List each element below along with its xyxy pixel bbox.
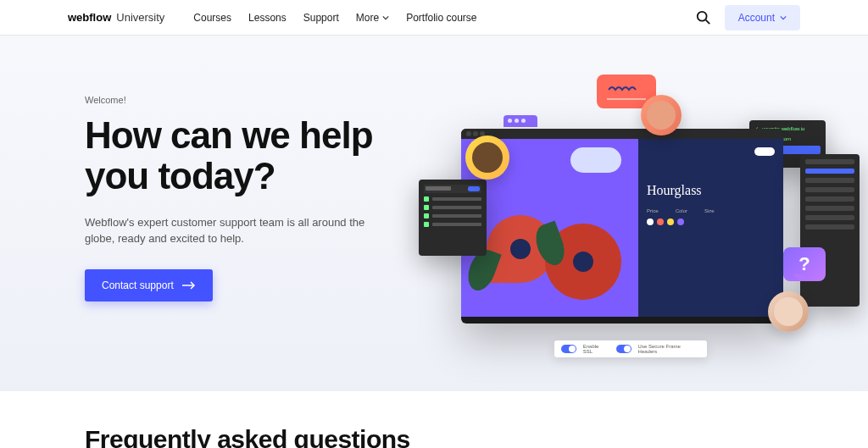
panel-row [805, 178, 854, 183]
toggle-switch [616, 345, 632, 353]
main-header: webflow University Courses Lessons Suppo… [0, 0, 868, 36]
window-chrome-dots [504, 115, 537, 127]
ssl-toggles-panel: Enable SSL Use Secure Frame Headers [554, 340, 707, 357]
faq-section: Frequently asked questions [0, 391, 868, 448]
item-text [432, 214, 481, 218]
panel-row [805, 196, 854, 202]
window-dot [508, 119, 512, 123]
interactions-panel [419, 180, 487, 256]
toolbar-dot [473, 131, 478, 136]
hero-section: Welcome! How can we help you today? Webf… [0, 36, 868, 391]
item-dot [424, 222, 429, 227]
header-right: Account [696, 5, 800, 30]
chevron-down-icon [382, 14, 389, 21]
logo[interactable]: webflow University [68, 11, 164, 24]
nav-more-label: More [356, 12, 379, 24]
color-swatch [677, 218, 684, 225]
item-dot [424, 196, 429, 202]
color-swatch [657, 218, 664, 225]
panel-row-active [805, 169, 854, 174]
flower-center [573, 252, 593, 272]
nav-portfolio[interactable]: Portfolio course [406, 12, 476, 24]
window-dot [521, 119, 526, 123]
nav-support[interactable]: Support [303, 12, 339, 24]
contact-support-button[interactable]: Contact support [85, 269, 213, 301]
color-swatch [667, 218, 674, 225]
account-label: Account [738, 12, 775, 24]
color-swatches [647, 218, 775, 225]
toggle-label: Use Secure Frame Headers [638, 344, 700, 354]
nav-more[interactable]: More [356, 12, 389, 24]
speech-line [607, 98, 646, 100]
hero-title: How can we help you today? [85, 115, 407, 197]
logo-product: University [116, 11, 164, 24]
editor-toolbar [461, 129, 783, 139]
panel-item [424, 222, 481, 227]
toggle-label: Enable SSL [583, 344, 609, 354]
panel-item [424, 213, 481, 218]
panel-row [805, 215, 854, 220]
faq-title: Frequently asked questions [85, 425, 783, 448]
product-title: Hourglass [647, 183, 775, 198]
avatar-user-1 [465, 136, 509, 180]
item-text [432, 206, 481, 209]
item-text [432, 223, 481, 226]
canvas-product-panel: Hourglass PriceColorSize [638, 139, 783, 317]
pill-badge [754, 147, 775, 156]
arrow-right-icon [182, 281, 196, 290]
hero-content: Welcome! How can we help you today? Webf… [0, 95, 407, 301]
editor-canvas: Hourglass PriceColorSize [461, 139, 783, 317]
style-panel [800, 154, 860, 307]
hero-description: Webflow's expert customer support team i… [85, 214, 373, 247]
color-swatch [647, 218, 654, 225]
panel-title-bar [426, 186, 451, 191]
question-mark-icon: ? [798, 253, 810, 275]
avatar-user-2 [641, 95, 682, 136]
panel-header [424, 185, 481, 193]
panel-row [805, 159, 854, 164]
avatar-user-3 [768, 291, 809, 332]
chevron-down-icon [780, 14, 787, 21]
panel-chip [468, 186, 480, 191]
account-button[interactable]: Account [725, 5, 800, 30]
flower-center [510, 239, 531, 259]
panel-row [805, 206, 854, 211]
panel-item [424, 205, 481, 210]
header-left: webflow University Courses Lessons Suppo… [68, 11, 477, 24]
item-text [432, 197, 481, 201]
nav-courses[interactable]: Courses [193, 12, 231, 24]
cta-label: Contact support [102, 279, 174, 291]
item-dot [424, 205, 429, 210]
search-icon[interactable] [696, 10, 711, 25]
squiggle-icon [607, 83, 646, 91]
svg-point-0 [697, 11, 706, 20]
panel-item [424, 196, 481, 202]
logo-brand: webflow [68, 11, 111, 24]
detail-row: PriceColorSize [647, 208, 775, 213]
item-dot [424, 213, 429, 218]
toggle-switch [561, 345, 576, 353]
editor-mockup: Hourglass PriceColorSize [461, 129, 783, 324]
speech-bubble-question: ? [783, 247, 826, 281]
hero-illustration: ✓ yoursite.webflow.io ✓ yoursite.com [427, 78, 851, 366]
toolbar-dot [466, 131, 471, 136]
panel-row [805, 187, 854, 192]
nav-lessons[interactable]: Lessons [248, 12, 287, 24]
window-dot [515, 119, 519, 123]
cloud-shape [570, 147, 621, 173]
svg-line-1 [705, 19, 709, 24]
hero-eyebrow: Welcome! [85, 95, 407, 105]
main-nav: Courses Lessons Support More Portfolio c… [193, 12, 476, 24]
panel-row [805, 224, 854, 230]
